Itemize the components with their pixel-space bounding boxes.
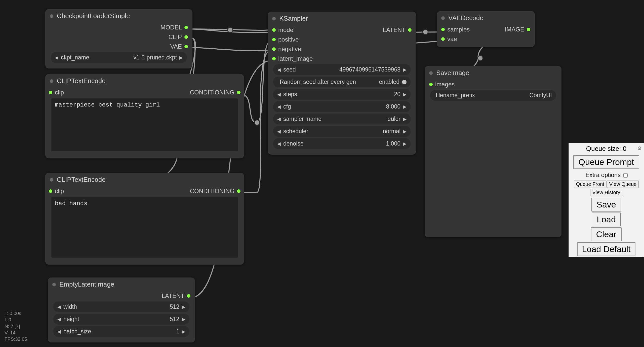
node-header[interactable]: KSampler bbox=[268, 12, 416, 25]
output-port-latent[interactable] bbox=[187, 294, 190, 298]
gear-icon[interactable]: ⚙ bbox=[637, 145, 642, 151]
arrow-right-icon[interactable]: ▶ bbox=[403, 129, 407, 134]
arrow-right-icon[interactable]: ▶ bbox=[403, 92, 407, 97]
extra-options-checkbox[interactable] bbox=[623, 173, 628, 178]
control-panel[interactable]: ⚙ Queue size: 0 Queue Prompt Extra optio… bbox=[569, 143, 644, 257]
arrow-left-icon[interactable]: ◀ bbox=[55, 55, 58, 60]
node-header[interactable]: EmptyLatentImage bbox=[48, 277, 195, 291]
clear-button[interactable]: Clear bbox=[591, 227, 621, 241]
input-port-model[interactable] bbox=[272, 28, 276, 32]
widget-width[interactable]: ◀width 512▶ bbox=[53, 301, 189, 312]
collapse-dot-icon[interactable] bbox=[50, 14, 53, 18]
output-port-vae[interactable] bbox=[184, 45, 188, 48]
node-clip-text-encode-positive[interactable]: CLIPTextEncode clip CONDITIONING masterp… bbox=[45, 74, 244, 158]
save-button[interactable]: Save bbox=[591, 198, 621, 212]
output-port-latent[interactable] bbox=[408, 28, 412, 32]
input-label: clip bbox=[55, 188, 64, 195]
reroute-dot[interactable] bbox=[478, 56, 482, 60]
output-port-image[interactable] bbox=[527, 28, 530, 31]
arrow-right-icon[interactable]: ▶ bbox=[403, 116, 407, 122]
node-checkpoint-loader[interactable]: CheckpointLoaderSimple MODEL CLIP VAE ◀c… bbox=[45, 9, 192, 68]
arrow-left-icon[interactable]: ◀ bbox=[57, 304, 61, 310]
widget-filename-prefix[interactable]: filename_prefix ComfyUI bbox=[430, 90, 556, 101]
node-vae-decode[interactable]: VAEDecode samples vae IMAGE bbox=[437, 11, 535, 47]
arrow-right-icon[interactable]: ▶ bbox=[403, 141, 407, 147]
node-header[interactable]: CLIPTextEncode bbox=[45, 173, 244, 186]
queue-prompt-button[interactable]: Queue Prompt bbox=[573, 155, 639, 169]
output-port-model[interactable] bbox=[184, 26, 188, 29]
widget-height[interactable]: ◀height 512▶ bbox=[53, 314, 189, 325]
node-empty-latent-image[interactable]: EmptyLatentImage LATENT ◀width 512▶ ◀hei… bbox=[48, 277, 195, 342]
node-clip-text-encode-negative[interactable]: CLIPTextEncode clip CONDITIONING bad han… bbox=[45, 173, 244, 265]
node-header[interactable]: VAEDecode bbox=[437, 11, 535, 24]
arrow-left-icon[interactable]: ◀ bbox=[277, 92, 281, 97]
widget-sampler-name[interactable]: ◀sampler_name euler▶ bbox=[273, 114, 411, 124]
collapse-dot-icon[interactable] bbox=[52, 283, 56, 286]
arrow-left-icon[interactable]: ◀ bbox=[57, 329, 61, 334]
node-header[interactable]: SaveImage bbox=[425, 66, 561, 79]
load-button[interactable]: Load bbox=[592, 213, 621, 226]
arrow-right-icon[interactable]: ▶ bbox=[179, 55, 183, 60]
view-queue-button[interactable]: View Queue bbox=[607, 181, 639, 188]
widget-ckpt-name[interactable]: ◀ckpt_name v1-5-pruned.ckpt▶ bbox=[51, 52, 187, 63]
arrow-right-icon[interactable]: ▶ bbox=[182, 329, 185, 334]
status-overlay: T: 0.00s I: 0 N: 7 [7] V: 14 FPS:32.05 bbox=[5, 310, 27, 342]
output-port-conditioning[interactable] bbox=[237, 189, 240, 193]
node-ksampler[interactable]: KSampler model positive negative latent_… bbox=[268, 12, 416, 155]
collapse-dot-icon[interactable] bbox=[50, 178, 53, 182]
toggle-dot-icon[interactable] bbox=[402, 80, 407, 84]
arrow-left-icon[interactable]: ◀ bbox=[277, 116, 281, 122]
collapse-dot-icon[interactable] bbox=[272, 17, 276, 20]
widget-steps[interactable]: ◀steps 20▶ bbox=[273, 89, 411, 100]
output-port-clip[interactable] bbox=[184, 35, 188, 39]
node-title: EmptyLatentImage bbox=[59, 281, 114, 288]
widget-seed[interactable]: ◀seed 4996740996147539968▶ bbox=[273, 64, 411, 75]
arrow-left-icon[interactable]: ◀ bbox=[277, 129, 281, 134]
reroute-dot[interactable] bbox=[255, 120, 259, 125]
widget-value: 8.000 bbox=[386, 103, 400, 110]
arrow-left-icon[interactable]: ◀ bbox=[277, 104, 281, 110]
widget-denoise[interactable]: ◀denoise 1.000▶ bbox=[273, 138, 411, 149]
input-port-latent-image[interactable] bbox=[272, 57, 276, 60]
view-history-button[interactable]: View History bbox=[590, 189, 623, 196]
reroute-dot[interactable] bbox=[423, 30, 428, 34]
widget-scheduler[interactable]: ◀scheduler normal▶ bbox=[273, 126, 411, 137]
collapse-dot-icon[interactable] bbox=[441, 16, 445, 20]
input-label: positive bbox=[278, 36, 299, 43]
arrow-right-icon[interactable]: ▶ bbox=[182, 304, 185, 310]
widget-value: v1-5-pruned.ckpt bbox=[133, 54, 177, 61]
input-port-clip[interactable] bbox=[49, 189, 52, 193]
node-header[interactable]: CLIPTextEncode bbox=[45, 74, 244, 87]
arrow-right-icon[interactable]: ▶ bbox=[403, 104, 407, 110]
input-port-vae[interactable] bbox=[441, 37, 445, 41]
widget-cfg[interactable]: ◀cfg 8.000▶ bbox=[273, 101, 411, 112]
widget-random-seed-toggle[interactable]: Random seed after every gen enabled bbox=[273, 77, 411, 87]
arrow-left-icon[interactable]: ◀ bbox=[277, 141, 281, 147]
input-port-images[interactable] bbox=[429, 83, 433, 86]
input-port-clip[interactable] bbox=[49, 91, 52, 94]
arrow-left-icon[interactable]: ◀ bbox=[57, 317, 61, 322]
node-header[interactable]: CheckpointLoaderSimple bbox=[45, 9, 192, 22]
prompt-text-input[interactable]: bad hands bbox=[51, 197, 238, 258]
widget-label: sampler_name bbox=[283, 116, 321, 122]
node-canvas[interactable]: CheckpointLoaderSimple MODEL CLIP VAE ◀c… bbox=[0, 0, 644, 347]
collapse-dot-icon[interactable] bbox=[429, 71, 433, 75]
prompt-text-input[interactable]: masterpiece best quality girl bbox=[51, 98, 238, 151]
arrow-left-icon[interactable]: ◀ bbox=[277, 67, 281, 73]
reroute-dot[interactable] bbox=[228, 28, 232, 32]
input-port-samples[interactable] bbox=[441, 28, 445, 31]
output-label: CONDITIONING bbox=[190, 89, 234, 96]
widget-batch-size[interactable]: ◀batch_size 1▶ bbox=[53, 326, 189, 337]
input-port-negative[interactable] bbox=[272, 47, 276, 51]
input-port-positive[interactable] bbox=[272, 38, 276, 41]
load-default-button[interactable]: Load Default bbox=[577, 242, 636, 256]
status-fps: FPS:32.05 bbox=[5, 336, 27, 342]
arrow-right-icon[interactable]: ▶ bbox=[182, 317, 185, 322]
input-label: model bbox=[278, 26, 295, 33]
output-label: CONDITIONING bbox=[190, 188, 234, 195]
node-save-image[interactable]: SaveImage images filename_prefix ComfyUI bbox=[425, 66, 561, 237]
output-port-conditioning[interactable] bbox=[237, 91, 240, 94]
collapse-dot-icon[interactable] bbox=[50, 79, 53, 83]
queue-front-button[interactable]: Queue Front bbox=[574, 181, 607, 188]
arrow-right-icon[interactable]: ▶ bbox=[403, 67, 407, 73]
